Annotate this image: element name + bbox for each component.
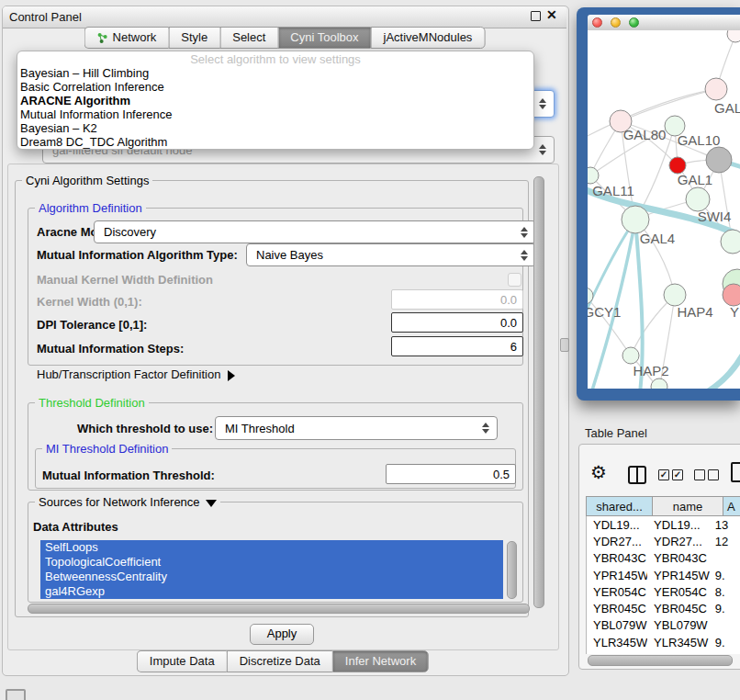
table-cell[interactable]: YDL19... bbox=[647, 518, 712, 532]
data-attributes-list[interactable]: SelfLoops TopologicalCoefficient Between… bbox=[40, 540, 503, 599]
dropdown-item[interactable]: Basic Correlation Inference bbox=[17, 80, 533, 94]
table-cell[interactable]: YDL19... bbox=[587, 518, 647, 532]
network-node[interactable] bbox=[588, 288, 593, 304]
network-node[interactable] bbox=[706, 147, 732, 173]
close-icon[interactable]: ✕ bbox=[546, 7, 557, 22]
table-row[interactable]: YLR345WYLR345W9. bbox=[587, 634, 740, 650]
table-row[interactable]: YDR27...YDR27...12 bbox=[587, 533, 740, 549]
tab-cyni-toolbox[interactable]: Cyni Toolbox bbox=[277, 27, 370, 49]
dropdown-item-selected[interactable]: ARACNE Algorithm bbox=[17, 94, 533, 107]
table-cell[interactable]: YDR27... bbox=[587, 535, 647, 548]
split-columns-icon[interactable] bbox=[628, 466, 646, 484]
network-node[interactable] bbox=[651, 378, 667, 389]
hub-transcription-section[interactable]: Hub/Transcription Factor Definition bbox=[37, 367, 235, 381]
new-table-icon[interactable] bbox=[731, 462, 740, 482]
table-cell[interactable]: YBR045C bbox=[587, 602, 647, 615]
network-node[interactable] bbox=[664, 284, 686, 306]
network-node[interactable] bbox=[622, 206, 649, 233]
table-cell[interactable]: YBR045C bbox=[647, 602, 712, 615]
table-cell[interactable]: 13 bbox=[712, 518, 740, 532]
list-item[interactable]: gal4RGexp bbox=[40, 584, 503, 599]
network-edge-highlighted[interactable] bbox=[705, 350, 740, 389]
table-cell[interactable]: YDR27... bbox=[647, 535, 712, 548]
tab-network[interactable]: Network bbox=[84, 27, 169, 49]
table-cell[interactable]: YBL079W bbox=[587, 618, 647, 632]
table-row[interactable]: YDL19...YDL19...13 bbox=[587, 516, 740, 533]
table-horizontal-scrollbar[interactable] bbox=[588, 655, 733, 666]
table-cell[interactable]: 12 bbox=[712, 535, 740, 548]
attribute-list-scrollbar[interactable] bbox=[507, 541, 517, 599]
table-cell[interactable]: YPR145W bbox=[587, 569, 647, 582]
tab-style[interactable]: Style bbox=[168, 27, 219, 49]
table-cell[interactable]: YER054C bbox=[587, 585, 647, 599]
mi-threshold-field[interactable] bbox=[386, 464, 516, 484]
vertical-scrollbar[interactable] bbox=[533, 176, 544, 608]
apply-button[interactable]: Apply bbox=[250, 624, 314, 645]
table-cell[interactable]: YER054C bbox=[647, 585, 712, 599]
table-cell[interactable]: YLR345W bbox=[587, 636, 647, 649]
column-header-shared-name[interactable]: shared... bbox=[586, 496, 652, 516]
sources-group-title[interactable]: Sources for Network Inference bbox=[35, 495, 220, 509]
tab-discretize-data[interactable]: Discretize Data bbox=[227, 650, 332, 672]
mi-algorithm-type-combobox[interactable]: Naive Bayes bbox=[246, 243, 536, 266]
minimize-traffic-light-icon[interactable] bbox=[611, 17, 621, 28]
dropdown-item[interactable]: Dream8 DC_TDC Algorithm bbox=[17, 135, 533, 149]
node-table[interactable]: YDL19...YDL19...13YDR27...YDR27...12YBR0… bbox=[586, 516, 740, 654]
network-node[interactable] bbox=[727, 30, 740, 42]
aracne-mode-combobox[interactable]: Discovery bbox=[94, 220, 536, 243]
unchecked-checkbox-icon[interactable] bbox=[708, 469, 719, 480]
list-item[interactable]: BetweennessCentrality bbox=[40, 570, 503, 584]
table-cell[interactable]: 9. bbox=[712, 569, 740, 582]
collapsed-panel-icon[interactable] bbox=[6, 689, 26, 700]
table-cell[interactable]: YBL079W bbox=[647, 618, 712, 632]
network-node[interactable] bbox=[721, 230, 740, 254]
table-cell[interactable]: YBR043C bbox=[647, 551, 712, 565]
table-cell[interactable]: 8. bbox=[712, 585, 740, 599]
table-row[interactable]: YPR145WYPR145W9. bbox=[587, 567, 740, 583]
network-node[interactable] bbox=[622, 347, 639, 364]
table-cell[interactable]: YPR145W bbox=[647, 569, 712, 582]
table-cell[interactable]: 0. bbox=[712, 652, 740, 654]
collapse-arrow-icon[interactable] bbox=[206, 500, 217, 507]
table-cell[interactable]: YLL052C bbox=[587, 652, 647, 654]
list-item[interactable]: SelfLoops bbox=[40, 540, 503, 555]
network-node[interactable] bbox=[723, 284, 740, 306]
column-header-name[interactable]: name bbox=[652, 496, 723, 516]
checked-checkbox-icon[interactable]: ✓ bbox=[658, 469, 669, 480]
checked-checkbox-icon[interactable]: ✓ bbox=[672, 469, 683, 480]
list-item[interactable]: TopologicalCoefficient bbox=[40, 555, 503, 570]
which-threshold-combobox[interactable]: MI Threshold bbox=[215, 416, 498, 440]
table-cell[interactable]: YLL052C bbox=[647, 652, 712, 654]
zoom-traffic-light-icon[interactable] bbox=[629, 17, 639, 28]
table-cell[interactable]: 9. bbox=[712, 636, 740, 649]
table-row[interactable]: YLL052CYLL052C0. bbox=[587, 650, 740, 654]
table-row[interactable]: YBL079WYBL079W bbox=[587, 617, 740, 634]
table-cell[interactable]: 9. bbox=[712, 602, 740, 615]
kernel-width-field[interactable] bbox=[391, 289, 523, 310]
settings-gear-icon[interactable]: ⚙ bbox=[590, 463, 607, 481]
tab-jactivemnodules[interactable]: jActiveMNodules bbox=[371, 27, 486, 49]
network-canvas[interactable]: GALGAL80GAL10GAL1GAL11GAL4SWI4HAP4YGCY1H… bbox=[588, 30, 740, 389]
unchecked-checkbox-icon[interactable] bbox=[694, 469, 705, 480]
network-edge[interactable] bbox=[621, 89, 716, 121]
horizontal-scrollbar[interactable] bbox=[28, 604, 530, 614]
manual-kernel-checkbox[interactable] bbox=[508, 273, 521, 287]
table-row[interactable]: YER054CYER054C8. bbox=[587, 583, 740, 600]
float-window-icon[interactable] bbox=[531, 11, 541, 21]
dropdown-item[interactable]: Mutual Information Inference bbox=[17, 107, 533, 121]
tab-impute-data[interactable]: Impute Data bbox=[137, 650, 227, 672]
network-node[interactable] bbox=[588, 167, 599, 184]
dropdown-item[interactable]: Bayesian – K2 bbox=[17, 121, 533, 135]
dpi-tolerance-field[interactable] bbox=[391, 312, 523, 333]
table-row[interactable]: YBR045CYBR045C9. bbox=[587, 600, 740, 616]
close-traffic-light-icon[interactable] bbox=[592, 17, 602, 28]
network-node[interactable] bbox=[705, 78, 727, 100]
tab-infer-network[interactable]: Infer Network bbox=[332, 650, 429, 672]
dropdown-item[interactable]: Bayesian – Hill Climbing bbox=[17, 66, 533, 80]
tab-select[interactable]: Select bbox=[219, 27, 277, 49]
expand-arrow-icon[interactable] bbox=[228, 370, 235, 381]
table-row[interactable]: YBR043CYBR043C bbox=[587, 550, 740, 567]
table-cell[interactable]: YLR345W bbox=[647, 636, 712, 649]
mi-steps-field[interactable] bbox=[391, 336, 523, 356]
panel-divider-handle[interactable] bbox=[560, 338, 569, 352]
